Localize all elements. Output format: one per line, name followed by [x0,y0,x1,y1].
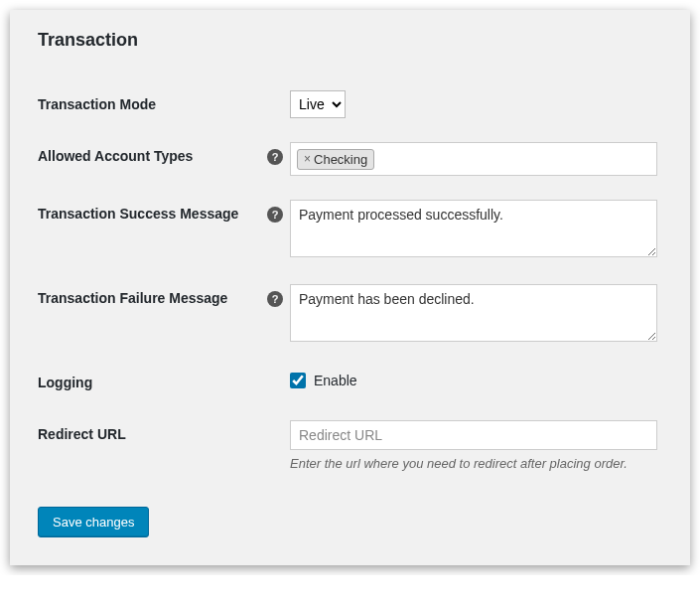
transaction-settings-panel: Transaction Transaction Mode Live Allowe… [10,10,690,565]
close-icon[interactable]: × [304,152,311,166]
label-logging: Logging [38,357,266,408]
transaction-mode-select[interactable]: Live [290,90,346,118]
settings-form-table: Transaction Mode Live Allowed Account Ty… [38,78,662,483]
label-redirect-url: Redirect URL [38,408,266,483]
help-icon[interactable]: ? [267,291,283,307]
allowed-account-types-input[interactable]: × Checking [290,142,657,176]
label-allowed-account-types: Allowed Account Types [38,130,266,188]
label-transaction-mode: Transaction Mode [38,78,266,130]
help-icon[interactable]: ? [267,207,283,223]
account-type-tag-label: Checking [314,152,367,167]
label-failure-message: Transaction Failure Message [38,272,266,357]
logging-checkbox-label: Enable [314,373,357,388]
redirect-url-description: Enter the url where you need to redirect… [290,456,662,471]
help-icon[interactable]: ? [267,149,283,165]
save-button[interactable]: Save changes [38,507,149,537]
account-type-tag: × Checking [297,149,374,170]
logging-checkbox[interactable] [290,373,306,388]
section-title: Transaction [38,30,662,51]
failure-message-textarea[interactable] [290,284,657,342]
label-success-message: Transaction Success Message [38,188,266,272]
success-message-textarea[interactable] [290,200,657,257]
redirect-url-input[interactable] [290,420,657,450]
